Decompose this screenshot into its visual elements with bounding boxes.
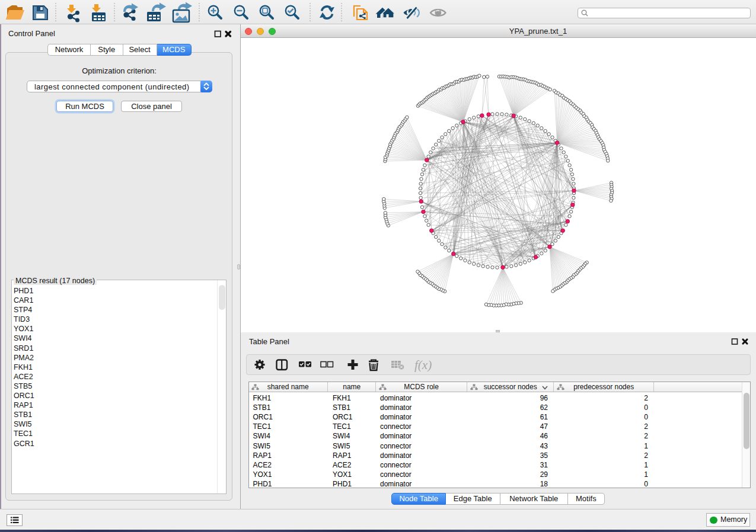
- svg-text:f(x): f(x): [414, 358, 432, 372]
